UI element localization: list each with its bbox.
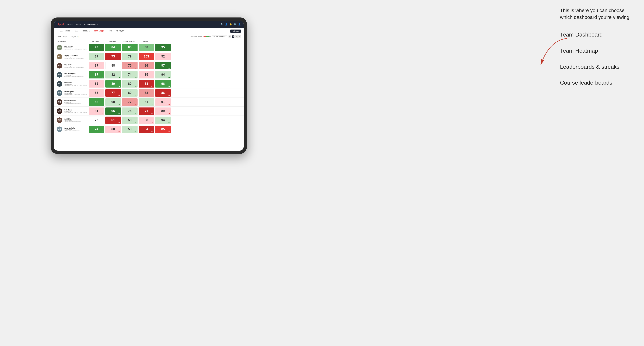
list-view-button[interactable]: ☰: [235, 35, 238, 38]
metric-value: 58: [128, 118, 132, 122]
table-row[interactable]: BMBlair McHargPlus HandicapRoyal North D…: [54, 43, 244, 52]
col-approach: Approach —: [105, 40, 122, 42]
nav-item-teams[interactable]: Teams: [76, 23, 81, 25]
metric-change: 10▲: [134, 131, 137, 132]
team-name: Team Clippd: [57, 36, 67, 37]
metric-change: 8▼: [102, 131, 104, 132]
table-row[interactable]: MMMatt Miller6-10 HandicapWoburn Golf Cl…: [54, 116, 244, 125]
metric-player-quality: 874▲: [89, 71, 104, 78]
settings-icon[interactable]: ⚙️: [234, 23, 236, 25]
team-controls: 20 Round Change -5 +5 📅 Last Rounds: 20 …: [190, 35, 241, 38]
metric-change: 4▲: [102, 77, 104, 78]
nav-item-home[interactable]: Home: [68, 23, 72, 25]
metric-change: 14▼: [118, 95, 120, 96]
metric-value: 75: [128, 109, 132, 113]
player-club: Royal North Devon Golf Club, United King…: [64, 48, 88, 50]
grid-view-button[interactable]: ⊞: [228, 35, 231, 38]
table-view-button[interactable]: ▦: [232, 35, 234, 38]
add-team-button[interactable]: Add Team: [230, 29, 241, 33]
metric-off-tee: 613▼: [105, 117, 121, 124]
tab-pga[interactable]: PGA: [72, 28, 80, 34]
player-info: JCJosh Coles1-5 HandicapRoyal North Devo…: [57, 108, 88, 114]
bell-icon[interactable]: 🔔: [230, 23, 232, 25]
avatar: CQ: [57, 90, 62, 96]
table-row[interactable]: ECEdward Crossman1-5 HandicapSunningdale…: [54, 52, 244, 61]
metric-change: 3▼: [102, 86, 104, 87]
metric-approach: 753▼: [122, 62, 138, 69]
metric-change: 3▼: [168, 104, 170, 105]
table-row[interactable]: DBDave Billingham1-5 HandicapGog Magog G…: [54, 70, 244, 79]
nav-item-performance[interactable]: My Performance: [84, 23, 98, 25]
tab-all-players[interactable]: All Players: [114, 28, 126, 34]
sort-arrow-off-tee: —: [100, 40, 101, 42]
player-handicap: 1-5 Handicap: [64, 56, 88, 57]
table-row[interactable]: CRChris Robertson1-5 HandicapCraigmillar…: [54, 98, 244, 107]
player-handicap: 1-5 Handicap: [64, 65, 88, 67]
player-club: Royal North Devon Golf Club, United King…: [64, 85, 88, 86]
metric-value: 103: [144, 55, 149, 58]
metric-change: 9▲: [135, 58, 137, 60]
metric-around-green: 814▲: [138, 98, 154, 106]
metric-player-quality: 853▼: [89, 80, 104, 88]
avatar: BM: [57, 45, 62, 50]
col-putting: Putting —: [138, 40, 155, 42]
metric-value: 81: [144, 100, 148, 104]
metric-value: 82: [111, 73, 115, 77]
player-info: ANAaron Nicholls11-15 HandicapDrift Golf…: [57, 127, 88, 132]
sort-arrow-player: ▼: [66, 41, 68, 42]
metric-value: 79: [128, 55, 132, 58]
tab-tour[interactable]: Tour: [106, 28, 114, 34]
metric-player-quality: 871▲: [89, 53, 104, 60]
metric-value: 71: [144, 109, 148, 113]
metric-putting: 975▲: [155, 62, 171, 69]
player-club: Royal North Devon Golf Club, United King…: [64, 112, 88, 113]
player-details: Matt Miller6-10 HandicapWoburn Golf Club…: [64, 118, 88, 122]
table-row[interactable]: EEElliot Ebert1-5 HandicapSunningdale Go…: [54, 61, 244, 70]
annotation-item-2: Team Heatmap: [560, 47, 634, 54]
metric-change: 11▼: [151, 113, 153, 114]
sort-arrow-putting: —: [148, 40, 150, 42]
metric-player-quality: 833▼: [89, 89, 104, 97]
metric-off-tee: 7311▼: [105, 53, 121, 60]
bar-green: [206, 36, 208, 37]
tablet-screen: clippd Home Teams My Performance 🔍 👤 🔔 ⚙…: [54, 21, 244, 151]
metric-change: 3▼: [102, 113, 104, 114]
search-icon[interactable]: 🔍: [221, 23, 223, 25]
player-name: Josh Coles: [64, 109, 88, 111]
metric-value: 83: [144, 91, 148, 95]
table-row[interactable]: DFDavid FordPlus HandicapRoyal North Dev…: [54, 79, 244, 88]
tab-pgat-players[interactable]: PGAT Players: [57, 28, 72, 34]
metric-change: 3▼: [152, 77, 153, 78]
player-club: Gog Magog Golf Club, United Kingdom: [64, 76, 88, 77]
player-club: Woburn Golf Club, United Kingdom: [64, 121, 88, 122]
avatar: CR: [57, 99, 62, 105]
table-row[interactable]: CQCharlie Quick6-10 HandicapSt. George's…: [54, 88, 244, 98]
person-icon[interactable]: 👤: [225, 23, 228, 25]
sort-button[interactable]: ↕: [238, 35, 241, 38]
metric-change: 3▲: [168, 122, 170, 123]
avatar: DB: [57, 72, 62, 78]
edit-icon[interactable]: ✏️: [77, 36, 79, 37]
last-rounds-button[interactable]: 📅 Last Rounds: 20: [212, 35, 227, 38]
table-row[interactable]: JCJosh Coles1-5 HandicapRoyal North Devo…: [54, 107, 244, 116]
player-info: BMBlair McHargPlus HandicapRoyal North D…: [57, 45, 88, 50]
metric-change: 1▲: [168, 77, 170, 78]
metric-change: 1▲: [135, 77, 137, 78]
metric-value: 91: [161, 100, 165, 104]
metric-approach: 858▲: [122, 44, 138, 51]
metric-value: 87: [95, 55, 98, 58]
table-row[interactable]: ANAaron Nicholls11-15 HandicapDrift Golf…: [54, 125, 244, 134]
metric-change: 3▼: [135, 68, 137, 69]
tab-hcaps[interactable]: Hcaps 1-5: [80, 28, 92, 34]
metric-off-tee: 897▲: [105, 80, 121, 88]
metric-value: 77: [111, 91, 115, 95]
tab-team-clippd[interactable]: Team Clippd: [92, 28, 106, 34]
metric-value: 87: [95, 73, 98, 77]
col-player: Player Quality ▼: [57, 40, 88, 42]
nav-icons: 🔍 👤 🔔 ⚙️ 👤: [221, 23, 241, 25]
avatar-icon[interactable]: 👤: [238, 23, 241, 25]
metric-change: 1▲: [135, 95, 137, 96]
metric-value: 60: [111, 100, 115, 104]
player-name: Dave Billingham: [64, 73, 88, 74]
metric-approach: 752▲: [122, 107, 138, 115]
